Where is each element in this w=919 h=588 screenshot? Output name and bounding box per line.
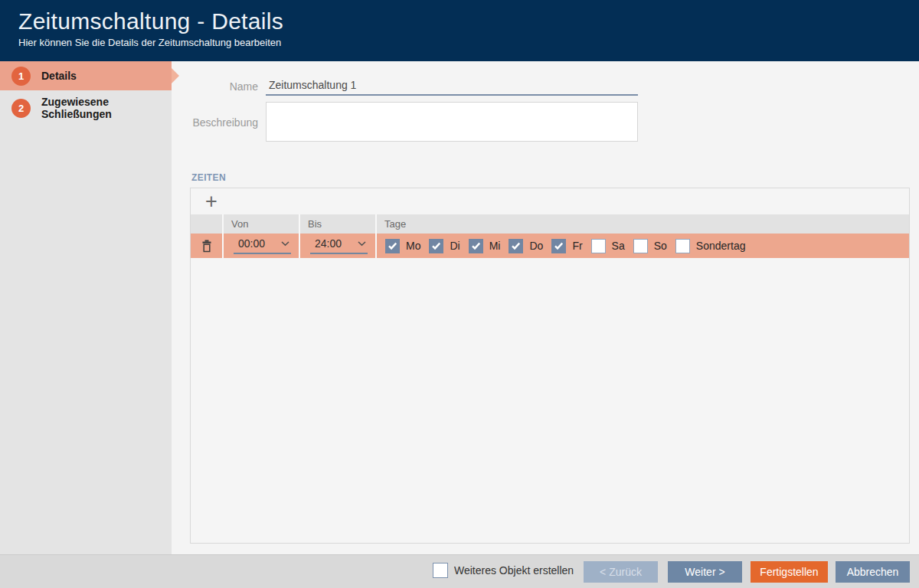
next-button[interactable]: Weiter > [668,561,742,583]
day-toggle-do[interactable]: Do [509,239,543,253]
checkbox-unchecked[interactable] [675,239,690,253]
check-icon [431,242,441,250]
create-another-label: Weiteres Objekt erstellen [454,564,574,577]
day-label: So [654,240,667,252]
page-subtitle: Hier können Sie die Details der Zeitumsc… [18,37,919,48]
header-cell-bis: Bis [300,218,322,230]
day-toggle-so[interactable]: So [633,239,667,253]
header-cell-tage: Tage [377,218,406,230]
bis-time-dropdown[interactable]: 24:00 [310,237,368,254]
von-time-value: 00:00 [238,237,265,250]
sidebar-item-label: Details [41,70,77,82]
day-toggle-sondertag[interactable]: Sondertag [675,239,746,253]
check-icon [554,242,564,250]
day-label: Mi [489,240,501,252]
delete-row-button[interactable] [201,240,212,253]
back-button[interactable]: < Zurück [584,561,658,583]
day-label: Sondertag [696,240,746,252]
add-time-button[interactable]: + [205,191,217,212]
day-label: Fr [572,240,582,252]
header-cell-actions [191,214,222,234]
chevron-down-icon [281,241,289,247]
check-icon [471,242,481,250]
day-label: Do [529,240,543,252]
day-toggle-sa[interactable]: Sa [591,239,625,253]
checkbox-checked[interactable] [509,239,523,253]
check-icon [511,242,521,250]
times-table: + Von Bis Tage 00:00 [190,188,910,544]
day-toggle-di[interactable]: Di [429,239,460,253]
bis-time-value: 24:00 [315,237,342,250]
trash-icon [201,240,212,253]
cancel-button[interactable]: Abbrechen [836,561,910,583]
header-cell-von: Von [224,218,248,230]
day-toggle-fr[interactable]: Fr [551,239,582,253]
day-toggle-mo[interactable]: Mo [385,239,420,253]
header: Zeitumschaltung - Details Hier können Si… [0,0,919,61]
name-label: Name [184,80,258,93]
footer-bar: Weiteres Objekt erstellen < Zurück Weite… [0,554,919,588]
day-label: Di [450,240,460,252]
check-icon [388,242,397,250]
day-toggle-mi[interactable]: Mi [469,239,501,253]
day-label: Sa [612,240,625,252]
create-another-checkbox[interactable] [433,563,448,578]
checkbox-checked[interactable] [385,239,400,253]
step-sidebar: 1 Details 2 Zugewiesene Schließungen [0,61,172,554]
finish-button[interactable]: Fertigstellen [751,561,828,583]
times-section-title: ZEITEN [191,172,226,183]
description-textarea[interactable] [266,102,638,142]
day-label: Mo [406,240,420,252]
wizard-window: Zeitumschaltung - Details Hier können Si… [0,0,919,588]
description-label: Beschreibung [184,116,258,129]
days-cell: MoDiMiDoFrSaSoSondertag [375,234,909,258]
table-row: 00:00 24:00 MoDiMiDoFrSaSoSondertag [191,234,909,258]
von-time-dropdown[interactable]: 00:00 [234,237,291,254]
sidebar-item-zugewiesene-schliessungen[interactable]: 2 Zugewiesene Schließungen [0,93,172,122]
table-toolbar: + [191,188,909,214]
checkbox-checked[interactable] [551,239,566,253]
step-number-badge: 2 [11,99,31,118]
table-header-row: Von Bis Tage [191,214,909,234]
active-step-arrow-icon [172,68,179,83]
sidebar-item-details[interactable]: 1 Details [0,61,172,90]
page-title: Zeitumschaltung - Details [18,8,919,34]
name-input[interactable] [266,77,638,96]
step-number-badge: 1 [11,67,31,86]
sidebar-item-label: Zugewiesene Schließungen [41,96,172,120]
checkbox-unchecked[interactable] [633,239,648,253]
checkbox-unchecked[interactable] [591,239,606,253]
checkbox-checked[interactable] [429,239,443,253]
checkbox-checked[interactable] [469,239,483,253]
chevron-down-icon [358,241,366,247]
